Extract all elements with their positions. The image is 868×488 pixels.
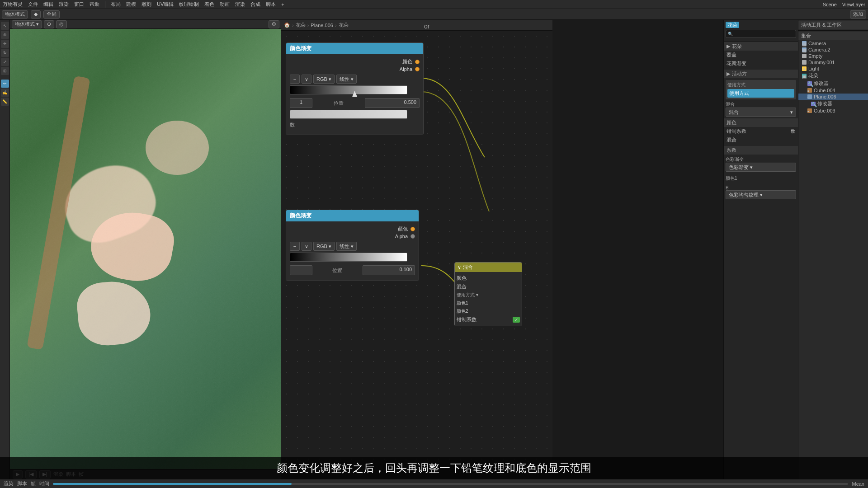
- chevron-dropdown-2[interactable]: ∨: [302, 242, 311, 251]
- sidebar-move[interactable]: ✛: [1, 40, 9, 48]
- camera-label: Camera: [808, 41, 826, 46]
- dummy-label: Dummy.001: [808, 60, 835, 65]
- scene-light[interactable]: ☀ Light: [798, 66, 868, 72]
- linear-dropdown[interactable]: 线性 ▾: [336, 75, 357, 84]
- linear-dropdown-2[interactable]: 线性 ▾: [336, 242, 357, 251]
- blend-dropdown[interactable]: 混合 ▾: [726, 108, 796, 117]
- status-bar: 渲染 脚本 帧 时间 Mean: [0, 479, 868, 488]
- position-value-field[interactable]: 0.500: [365, 98, 420, 108]
- flower-icon: ▣: [802, 74, 807, 78]
- gradient-controls-1: − ∨ RGB ▾ 线性 ▾: [290, 75, 420, 129]
- sidebar-annotate[interactable]: ✍: [1, 89, 9, 97]
- tab-shading[interactable]: 着色: [204, 1, 214, 8]
- active-icon: ▶: [726, 71, 730, 77]
- breadcrumb-plane[interactable]: Plane.006: [311, 23, 333, 28]
- viewport-overlay[interactable]: ◎: [56, 20, 67, 28]
- scene-modifier[interactable]: 🔧 修改器: [798, 80, 868, 87]
- scene-cube004[interactable]: ▪ Cube.004: [798, 87, 868, 94]
- menu-render[interactable]: 渲染: [59, 1, 69, 8]
- output-alpha-socket[interactable]: [415, 67, 420, 71]
- output-alpha-socket-2[interactable]: [410, 234, 415, 239]
- mode-dropdown[interactable]: 物体模式: [2, 10, 28, 19]
- scene-camera[interactable]: ▦ Camera: [798, 40, 868, 47]
- menu-wanwu[interactable]: 万物有灵: [3, 1, 23, 8]
- sidebar-cursor[interactable]: ⊕: [1, 31, 9, 39]
- mix-input-row: 颜色1: [457, 299, 520, 307]
- mix-node-arrow: ∨: [458, 264, 461, 270]
- mix-color-label: 颜色: [457, 275, 467, 282]
- breadcrumb-flower[interactable]: 花朵: [296, 22, 306, 28]
- menu-edit[interactable]: 编辑: [43, 1, 53, 8]
- minus-btn[interactable]: −: [290, 75, 300, 84]
- active-section-title[interactable]: ▶ 活动方: [724, 70, 798, 78]
- tab-modeling[interactable]: 建模: [126, 1, 136, 8]
- sidebar-transform[interactable]: ⊞: [1, 67, 9, 75]
- menu-file[interactable]: 文件: [28, 1, 38, 8]
- sidebar-rotate[interactable]: ↻: [1, 49, 9, 57]
- rgb-dropdown[interactable]: RGB ▾: [313, 75, 335, 84]
- tab-rendering[interactable]: 渲染: [235, 1, 245, 8]
- viewport-shading[interactable]: ◆: [31, 10, 41, 19]
- active-node-display: 使用方式 使用方式: [726, 80, 796, 99]
- minus-btn-2[interactable]: −: [290, 242, 300, 251]
- output-color-socket[interactable]: [415, 60, 420, 64]
- global-dropdown[interactable]: 全局: [43, 10, 60, 19]
- position-value-field-2[interactable]: 0.100: [363, 265, 415, 275]
- gradient-bar[interactable]: [290, 85, 407, 94]
- sidebar-active-tool[interactable]: ✏: [1, 80, 9, 88]
- gradient-bar-2[interactable]: [290, 253, 407, 262]
- factor-title[interactable]: 系数: [724, 146, 798, 155]
- viewport-shading-btn[interactable]: ⊙: [44, 20, 54, 28]
- position-index-field[interactable]: 1: [290, 98, 312, 108]
- output-alpha-row-2: Alpha: [290, 234, 415, 239]
- tab-compositing[interactable]: 合成: [250, 1, 260, 8]
- output-color-socket-2[interactable]: [410, 227, 415, 231]
- tab-uv[interactable]: UV编辑: [157, 1, 174, 8]
- mix-blend-label: 混合: [457, 283, 467, 290]
- search-bar[interactable]: 🔍: [726, 30, 796, 38]
- breadcrumb-scene[interactable]: 🏠: [284, 22, 290, 28]
- scene-plane006[interactable]: ▫ Plane.006: [798, 94, 868, 100]
- add-btn[interactable]: 添加: [850, 10, 866, 19]
- node-editor: 🏠 › 花朵 › Plane.006 › 花朵 颜色渐变 颜色 Alpha: [281, 20, 552, 479]
- uniform-texture-dropdown[interactable]: 色彩均匀纹理 ▾: [726, 190, 796, 199]
- tab-layout[interactable]: 布局: [111, 1, 121, 8]
- tab-flower[interactable]: 花朵: [726, 22, 739, 28]
- tab-animation[interactable]: 动画: [220, 1, 230, 8]
- viewport-mode[interactable]: 物体模式 ▾: [12, 20, 42, 28]
- rgb-dropdown-2[interactable]: RGB ▾: [313, 242, 335, 251]
- position-index-field-2[interactable]: [290, 265, 312, 275]
- viewport-options[interactable]: ⚙: [269, 20, 279, 28]
- gradient-node-1-body: 颜色 Alpha − ∨ RGB ▾ 线性 ▾: [286, 54, 423, 135]
- color-blend-row: 混合: [724, 136, 798, 144]
- timeline-slider[interactable]: [53, 480, 848, 488]
- gradient-node-2-header: 颜色渐变: [286, 210, 419, 221]
- sidebar-measure[interactable]: 📏: [1, 98, 9, 106]
- footer-label-1: 数: [290, 121, 420, 129]
- breadcrumb-flower2[interactable]: 花朵: [339, 22, 349, 28]
- sidebar-scale[interactable]: ⤢: [1, 58, 9, 66]
- scene-dummy[interactable]: · Dummy.001: [798, 59, 868, 66]
- collection-header[interactable]: 集合: [798, 32, 868, 40]
- menu-window[interactable]: 窗口: [74, 1, 84, 8]
- scene-cube003[interactable]: ▪ Cube.003: [798, 108, 868, 114]
- scene-modifier2[interactable]: 🔧 修改器: [798, 100, 868, 108]
- menu-help[interactable]: 帮助: [90, 1, 99, 8]
- color-blend-btn[interactable]: 使用方式: [727, 89, 794, 98]
- tab-scripting[interactable]: 脚本: [266, 1, 276, 8]
- tab-add[interactable]: +: [281, 2, 284, 7]
- outliner-header[interactable]: 活动工具 & 工作区: [798, 21, 868, 29]
- tab-sculpt[interactable]: 雕刻: [142, 1, 151, 8]
- scene-camera2[interactable]: ▦ Camera.2: [798, 47, 868, 53]
- chevron-dropdown-1[interactable]: ∨: [302, 75, 311, 84]
- viewport: [10, 29, 281, 488]
- color-section-title[interactable]: 颜色: [724, 118, 798, 127]
- scene-empty[interactable]: · Empty: [798, 53, 868, 59]
- flower-blend-section[interactable]: ▶ 花朵: [724, 42, 798, 51]
- sidebar-select[interactable]: ↖: [1, 22, 9, 30]
- mix-clamp-check[interactable]: ✓: [513, 317, 520, 323]
- scene-flower[interactable]: ▣ 花朵: [798, 72, 868, 80]
- color-gradient-dropdown[interactable]: 色彩渐变 ▾: [726, 163, 796, 172]
- tab-texture-paint[interactable]: 纹理绘制: [179, 1, 199, 8]
- outliner-section: 活动工具 & 工作区: [798, 20, 868, 31]
